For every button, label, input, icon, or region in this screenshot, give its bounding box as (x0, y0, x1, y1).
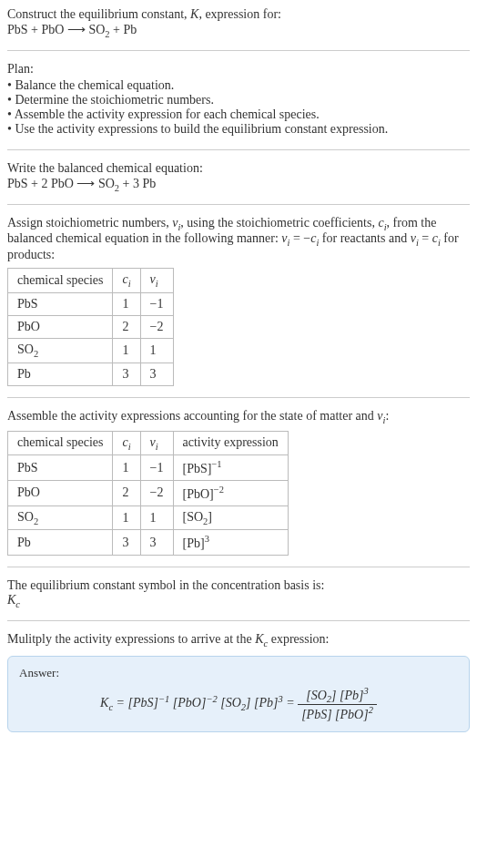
answer-label: Answer: (19, 666, 458, 680)
table-row: PbO 2 −2 (8, 315, 174, 338)
nu-cell: 3 (140, 363, 173, 385)
th-nui: νi (140, 269, 173, 293)
denominator: [PbS] [PbO]2 (298, 705, 377, 722)
balanced-rhs-pb: + 3 Pb (119, 177, 156, 190)
plan-item: Determine the stoichiometric numbers. (7, 93, 470, 107)
k: K (255, 632, 263, 646)
intro-text: Construct the equilibrium constant, K, e… (7, 7, 470, 22)
c-cell: 3 (113, 363, 140, 385)
unbalanced-reaction: PbS + PbO ⟶ SO2 + Pb (7, 22, 470, 39)
plan-item: Assemble the activity expression for eac… (7, 107, 470, 122)
nu-cell: 1 (140, 505, 173, 530)
equals: = (113, 696, 127, 710)
table-header-row: chemical species ci νi (8, 269, 174, 293)
assemble-text2: : (385, 409, 389, 423)
num-so2: [SO (306, 688, 327, 701)
pbo: [PbO] (169, 696, 206, 710)
so2-text: SO (17, 510, 34, 524)
plan-item: Balance the chemical equation. (7, 78, 470, 93)
nu-cell: 1 (140, 338, 173, 363)
table-header-row: chemical species ci νi activity expressi… (8, 431, 289, 455)
pbs: [PbS] (128, 696, 158, 710)
c-cell: 2 (113, 315, 140, 338)
nu-cell: −1 (140, 455, 173, 481)
assign-section: Assign stoichiometric numbers, νi, using… (7, 216, 470, 398)
assign-text2: , using the stoichiometric coefficients, (180, 216, 378, 230)
so2-sub: 2 (34, 516, 38, 526)
balanced-reaction: PbS + 2 PbO ⟶ SO2 + 3 Pb (7, 176, 470, 193)
act-sup: −1 (211, 459, 221, 469)
act-base: [PbS] (183, 462, 212, 475)
act-base: [PbO] (183, 487, 214, 501)
th-nui: νi (140, 431, 173, 455)
table-row: Pb 3 3 (8, 363, 174, 385)
assign-text1: Assign stoichiometric numbers, (7, 216, 172, 230)
answer-equation: Kc = [PbS]−1 [PbO]−2 [SO2] [Pb]3 = [SO2]… (19, 686, 458, 722)
table-row: PbS 1 −1 (8, 292, 174, 315)
equals2: = (283, 696, 298, 710)
assign-text: Assign stoichiometric numbers, νi, using… (7, 216, 470, 263)
activity-table: chemical species ci νi activity expressi… (7, 431, 289, 557)
fraction: [SO2] [Pb]3[PbS] [PbO]2 (298, 686, 377, 722)
num-pb: ] [Pb] (331, 688, 363, 701)
species-cell: PbS (8, 455, 113, 481)
assemble-section: Assemble the activity expressions accoun… (7, 409, 470, 567)
den-pbs-pbo: [PbS] [PbO] (301, 708, 369, 721)
reaction-rhs-pb: + Pb (110, 23, 137, 36)
plan-heading: Plan: (7, 62, 470, 77)
nu-cell: −2 (140, 315, 173, 338)
c-sub: c (15, 599, 20, 609)
reaction-lhs: PbS + PbO (7, 23, 64, 36)
species-cell: SO2 (8, 505, 113, 530)
i-sub: i (156, 441, 158, 451)
species-cell: PbS (8, 292, 113, 315)
activity-cell: [Pb]3 (173, 530, 288, 556)
so2-sub: 2 (34, 349, 38, 359)
multiply-text1: Mulitply the activity expressions to arr… (7, 632, 255, 646)
i-sub: i (128, 441, 131, 451)
c-cell: 1 (113, 292, 140, 315)
th-activity: activity expression (173, 431, 288, 455)
th-ci: ci (113, 269, 140, 293)
symbol-section: The equilibrium constant symbol in the c… (7, 578, 470, 621)
plan-section: Plan: Balance the chemical equation. Det… (7, 62, 470, 150)
intro-section: Construct the equilibrium constant, K, e… (7, 7, 470, 51)
act-base: [SO (183, 510, 204, 524)
so2-text: SO (17, 342, 34, 356)
c-cell: 1 (113, 338, 140, 363)
plan-list: Balance the chemical equation. Determine… (7, 78, 470, 137)
sup1: −1 (158, 693, 169, 703)
c-cell: 1 (113, 505, 140, 530)
th-species: chemical species (8, 431, 113, 455)
nu-cell: 3 (140, 530, 173, 556)
k: K (100, 696, 108, 710)
c-cell: 2 (113, 481, 140, 506)
c-cell: 1 (113, 455, 140, 481)
symbol-text: The equilibrium constant symbol in the c… (7, 578, 470, 593)
species-cell: SO2 (8, 338, 113, 363)
species-cell: Pb (8, 363, 113, 385)
num-sup: 3 (364, 686, 369, 696)
i-sub: i (156, 279, 158, 289)
multiply-section: Mulitply the activity expressions to arr… (7, 632, 470, 743)
multiply-text: Mulitply the activity expressions to arr… (7, 632, 470, 648)
assemble-text1: Assemble the activity expressions accoun… (7, 409, 377, 423)
th-ci: ci (113, 431, 140, 455)
balanced-lhs: PbS + 2 PbO (7, 177, 74, 190)
nu-cell: −2 (140, 481, 173, 506)
act-base: [Pb] (183, 536, 205, 550)
balanced-rhs-so2: SO (98, 177, 115, 190)
eq-equals: = − (289, 231, 310, 245)
assemble-text: Assemble the activity expressions accoun… (7, 409, 470, 425)
numerator: [SO2] [Pb]3 (298, 686, 377, 705)
multiply-text2: expression: (268, 632, 329, 646)
balanced-intro: Write the balanced chemical equation: (7, 161, 470, 176)
species-cell: Pb (8, 530, 113, 556)
table-row: Pb 3 3 [Pb]3 (8, 530, 289, 556)
den-sup: 2 (369, 705, 373, 715)
so2: [SO (218, 696, 241, 710)
act-close: ] (208, 510, 212, 524)
balanced-arrow: ⟶ (76, 177, 95, 190)
assign-text4: for reactants and (319, 231, 410, 245)
kc-symbol: Kc (7, 593, 470, 609)
